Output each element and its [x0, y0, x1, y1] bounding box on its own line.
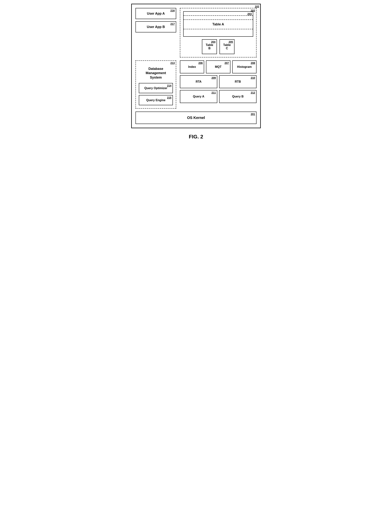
meta-row-3: 211 Query A 212 Query B — [180, 90, 257, 103]
table-a-dashed-row-2 — [184, 16, 253, 20]
box-210: 210 RTB — [219, 75, 257, 88]
label-209: 209 — [212, 76, 216, 79]
table-c-label: TableC — [223, 43, 231, 50]
table-b-label: TableB — [206, 43, 213, 50]
box-213: 213 DatabaseManagementSystem 214 Query O… — [135, 60, 176, 109]
box-201: 201 OS Kernel — [135, 112, 257, 124]
user-app-b-label: User App B — [147, 25, 165, 29]
box-205: 205 TableC — [219, 39, 234, 54]
user-apps-column: 216 User App A 217 User App B — [135, 8, 176, 57]
table-a-inner: Table A — [184, 12, 253, 36]
os-kernel-label: OS Kernel — [187, 116, 205, 120]
query-engine-label: Query Engine — [146, 99, 165, 102]
query-a-label: Query A — [193, 95, 204, 98]
index-label: Index — [188, 65, 196, 69]
meta-row-1: 206 Index 207 MQT 208 Histogram — [180, 60, 257, 73]
user-app-a-box: 216 User App A — [135, 8, 176, 19]
label-204: 204 — [211, 40, 215, 43]
label-206: 206 — [198, 62, 203, 65]
metadata-column: 206 Index 207 MQT 208 Histogram 20 — [180, 60, 257, 109]
small-tables-row: 204 TableB 205 TableC — [183, 39, 253, 54]
box-207: 207 MQT — [206, 60, 230, 73]
table-a-dashed-row-1 — [184, 12, 253, 16]
dbms-title: DatabaseManagementSystem — [139, 64, 173, 81]
mqt-label: MQT — [215, 65, 222, 69]
box-208: 208 Histogram — [232, 60, 257, 73]
label-216: 216 — [170, 9, 175, 12]
box-212: 212 Query B — [219, 90, 257, 103]
label-215: 215 — [167, 96, 171, 99]
box-202: 202 203 Table A — [180, 8, 257, 57]
label-217: 217 — [170, 22, 175, 25]
label-203: 203 — [247, 12, 252, 15]
user-app-b-box: 217 User App B — [135, 21, 176, 33]
box-209: 209 RTA — [180, 75, 217, 88]
label-205: 205 — [229, 40, 233, 43]
table-a-dashed-row-4 — [184, 33, 253, 36]
box-102: 102 216 User App A 217 User App B 202 — [131, 4, 261, 128]
box-203: 203 Table A — [183, 11, 253, 37]
label-211: 211 — [212, 91, 216, 94]
table-a-content: Table A — [184, 20, 253, 29]
box-206: 206 Index — [180, 60, 204, 73]
query-optimizer-label: Query Optimizer — [144, 86, 167, 90]
box-215: 215 Query Engine — [139, 95, 173, 105]
box-211: 211 Query A — [180, 90, 217, 103]
rta-label: RTA — [196, 80, 201, 83]
box-204: 204 TableB — [202, 39, 217, 54]
label-213: 213 — [170, 62, 175, 65]
label-214: 214 — [167, 84, 171, 87]
table-a-dashed-row-3 — [184, 29, 253, 33]
table-a-label: Table A — [212, 22, 224, 26]
user-app-a-label: User App A — [147, 12, 165, 16]
label-207: 207 — [224, 62, 229, 65]
label-210: 210 — [251, 76, 255, 79]
page-wrapper: 102 216 User App A 217 User App B 202 — [127, 4, 265, 140]
middle-section: 213 DatabaseManagementSystem 214 Query O… — [135, 60, 257, 109]
label-201: 201 — [251, 113, 255, 116]
top-section: 216 User App A 217 User App B 202 203 — [135, 8, 257, 57]
histogram-label: Histogram — [237, 65, 252, 69]
box-214: 214 Query Optimizer — [139, 83, 173, 93]
label-102: 102 — [255, 5, 259, 8]
query-b-label: Query B — [232, 95, 243, 98]
fig-label: FIG. 2 — [189, 134, 203, 140]
label-212: 212 — [251, 91, 255, 94]
rtb-label: RTB — [235, 80, 241, 83]
label-208: 208 — [251, 62, 255, 65]
meta-row-2: 209 RTA 210 RTB — [180, 75, 257, 88]
